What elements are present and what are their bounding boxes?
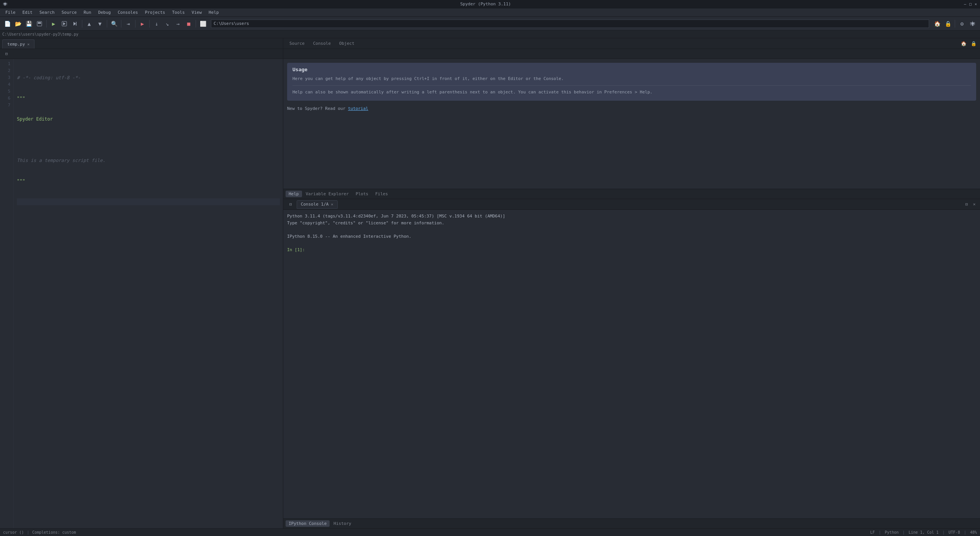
code-area[interactable]: # -*- coding: utf-8 -*- """ Spyder Edito… [14, 59, 283, 528]
line-num-2: 2 [0, 67, 10, 74]
debug-into-button[interactable]: ↘ [162, 19, 172, 29]
help-top-right-buttons: 🏠 🔒 [959, 40, 978, 47]
menu-item-debug[interactable]: Debug [95, 9, 114, 16]
file-path-text: C:\Users\users\spyder-py3\temp.py [2, 32, 78, 36]
run-cell-advance-button[interactable] [70, 19, 80, 29]
save-all-button[interactable] [34, 19, 44, 29]
console-gear-button[interactable]: ⊟ [963, 201, 970, 208]
line-numbers: 1 2 3 4 5 6 7 [0, 59, 14, 528]
code-line-6: """ [17, 178, 280, 185]
menu-item-projects[interactable]: Projects [142, 9, 168, 16]
menu-item-run[interactable]: Run [81, 9, 95, 16]
debug-stop-button[interactable]: ■ [184, 19, 194, 29]
editor-collapse-button[interactable]: ⊟ [2, 50, 11, 58]
toolbar-separator-8 [955, 20, 955, 28]
menu-bar: FileEditSearchSourceRunDebugConsolesProj… [0, 8, 980, 17]
indent-button[interactable]: ⇥ [123, 19, 133, 29]
help-lock-button[interactable]: 🔒 [969, 40, 978, 47]
help-tab-object[interactable]: Object [335, 39, 358, 48]
console-tabs-right: ⊟ ✕ [963, 201, 978, 208]
lock-button[interactable]: 🔒 [943, 19, 953, 29]
status-cursor: cursor () [3, 530, 24, 534]
menu-item-tools[interactable]: Tools [169, 9, 188, 16]
debug-run-button[interactable]: ▶ [137, 19, 147, 29]
svg-rect-1 [38, 22, 41, 24]
status-right: LF | Python | Line 1, Col 1 | UTF-8 | 48… [870, 530, 977, 534]
find-button[interactable]: 🔍 [109, 19, 119, 29]
menu-item-help[interactable]: Help [206, 9, 222, 16]
toolbar-separator-6 [149, 20, 150, 28]
preferences-button[interactable]: ⚙ [957, 19, 967, 29]
toolbar-separator-1 [46, 20, 47, 28]
maximize-button[interactable]: □ [969, 2, 972, 6]
usage-line2: Help can also be shown automatically aft… [292, 89, 971, 96]
tutorial-link[interactable]: tutorial [348, 106, 368, 111]
close-button[interactable]: ✕ [975, 2, 977, 6]
line-num-6: 6 [0, 95, 10, 102]
status-left: cursor () | Completions: custom [3, 530, 76, 534]
menu-item-view[interactable]: View [189, 9, 205, 16]
help-panel: Source Console Object 🏠 🔒 Usage [283, 38, 980, 199]
menu-item-source[interactable]: Source [59, 9, 80, 16]
open-file-button[interactable]: 📂 [13, 19, 23, 29]
console-close-button[interactable]: ✕ [971, 201, 978, 208]
console-line4: IPython 8.15.0 -- An enhanced Interactiv… [287, 233, 976, 240]
code-string-2: Spyder Editor [17, 116, 53, 122]
console-bottom-tab-ipython[interactable]: IPython Console [286, 520, 330, 527]
new-to-spyder-text: New to Spyder? Read our [287, 106, 348, 111]
spyder-button[interactable]: 🕷 [968, 19, 978, 29]
save-file-button[interactable]: 💾 [24, 19, 34, 29]
run-button[interactable]: ▶ [49, 19, 59, 29]
usage-new-to-spyder: New to Spyder? Read our tutorial [287, 105, 976, 112]
console-tab-1-close[interactable]: ✕ [331, 202, 333, 206]
usage-box: Usage Here you can get help of any objec… [287, 63, 976, 101]
help-bottom-tab-variable-explorer[interactable]: Variable Explorer [303, 191, 352, 197]
menu-item-file[interactable]: File [2, 9, 19, 16]
help-bottom-tabs: Help Variable Explorer Plots Files [283, 189, 980, 199]
help-bottom-tab-plots-label: Plots [356, 191, 368, 196]
file-path-bar: C:\Users\users\spyder-py3\temp.py [0, 31, 980, 38]
code-string-1: """ [17, 96, 25, 101]
editor-tab-close[interactable]: ✕ [27, 42, 29, 46]
help-bottom-tab-plots[interactable]: Plots [353, 191, 371, 197]
console-panel: ⊟ Console 1/A ✕ ⊟ ✕ Python 3.11.4 (tags/… [283, 199, 980, 528]
svg-marker-3 [63, 22, 65, 25]
console-bottom-tab-history[interactable]: History [330, 520, 354, 527]
menu-item-search[interactable]: Search [36, 9, 58, 16]
help-bottom-tab-help[interactable]: Help [286, 191, 302, 197]
line-num-1: 1 [0, 60, 10, 67]
help-bottom-tab-files[interactable]: Files [372, 191, 391, 197]
home-button[interactable]: 🏠 [932, 19, 942, 29]
help-tab-console[interactable]: Console [309, 39, 335, 48]
help-home-button[interactable]: 🏠 [959, 40, 968, 47]
line-num-3: 3 [0, 74, 10, 81]
toolbar-separator-2 [82, 20, 82, 28]
new-file-button[interactable]: 📄 [2, 19, 12, 29]
next-warning-button[interactable]: ▼ [95, 19, 105, 29]
maximize-pane-button[interactable]: ⬜ [198, 19, 208, 29]
console-prompt: In [1]: [287, 247, 305, 252]
console-tab-1[interactable]: Console 1/A ✕ [297, 200, 338, 209]
console-bottom-tab-ipython-label: IPython Console [289, 521, 327, 526]
console-line5 [287, 240, 976, 247]
console-content[interactable]: Python 3.11.4 (tags/v3.11.4:d2340ef, Jun… [283, 210, 980, 518]
console-line3 [287, 226, 976, 233]
prev-warning-button[interactable]: ▲ [84, 19, 94, 29]
path-input[interactable] [211, 20, 929, 28]
debug-continue-button[interactable]: → [173, 19, 183, 29]
menu-item-edit[interactable]: Edit [20, 9, 36, 16]
line-num-7: 7 [0, 102, 10, 109]
code-line-4 [17, 136, 280, 143]
code-line-1: # -*- coding: utf-8 -*- [17, 74, 280, 81]
console-line1: Python 3.11.4 (tags/v3.11.4:d2340ef, Jun… [287, 213, 976, 220]
status-position: Line 1, Col 1 [908, 530, 938, 534]
help-tab-source[interactable]: Source [286, 39, 309, 48]
run-cell-button[interactable] [59, 19, 69, 29]
minimize-button[interactable]: — [964, 2, 966, 6]
editor-tabs: temp.py ✕ [0, 38, 283, 49]
debug-step-button[interactable]: ↓ [152, 19, 162, 29]
code-comment-1: # -*- coding: utf-8 -*- [17, 75, 80, 80]
title-bar-icon: 🕷 [3, 2, 7, 7]
menu-item-consoles[interactable]: Consoles [115, 9, 141, 16]
editor-tab-temp-py[interactable]: temp.py ✕ [2, 39, 34, 49]
